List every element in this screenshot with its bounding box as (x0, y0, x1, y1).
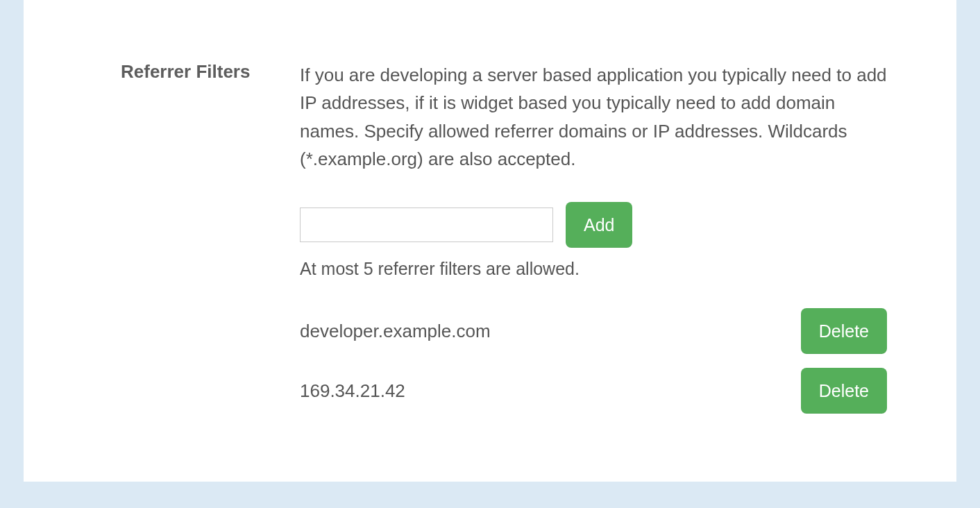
referrer-filters-row: Referrer Filters If you are developing a… (121, 61, 887, 414)
settings-panel: Referrer Filters If you are developing a… (24, 0, 956, 482)
section-title: Referrer Filters (121, 61, 275, 83)
label-column: Referrer Filters (121, 61, 275, 414)
delete-button[interactable]: Delete (801, 308, 887, 354)
filter-value: developer.example.com (300, 321, 491, 342)
add-filter-row: Add (300, 202, 887, 248)
filter-value: 169.34.21.42 (300, 380, 405, 402)
filter-row: 169.34.21.42 Delete (300, 368, 887, 414)
delete-button[interactable]: Delete (801, 368, 887, 414)
section-description: If you are developing a server based app… (300, 61, 887, 173)
filter-list: developer.example.com Delete 169.34.21.4… (300, 308, 887, 414)
content-column: If you are developing a server based app… (300, 61, 887, 414)
add-button[interactable]: Add (566, 202, 632, 248)
referrer-input[interactable] (300, 208, 553, 242)
filter-row: developer.example.com Delete (300, 308, 887, 354)
filter-hint: At most 5 referrer filters are allowed. (300, 259, 887, 279)
